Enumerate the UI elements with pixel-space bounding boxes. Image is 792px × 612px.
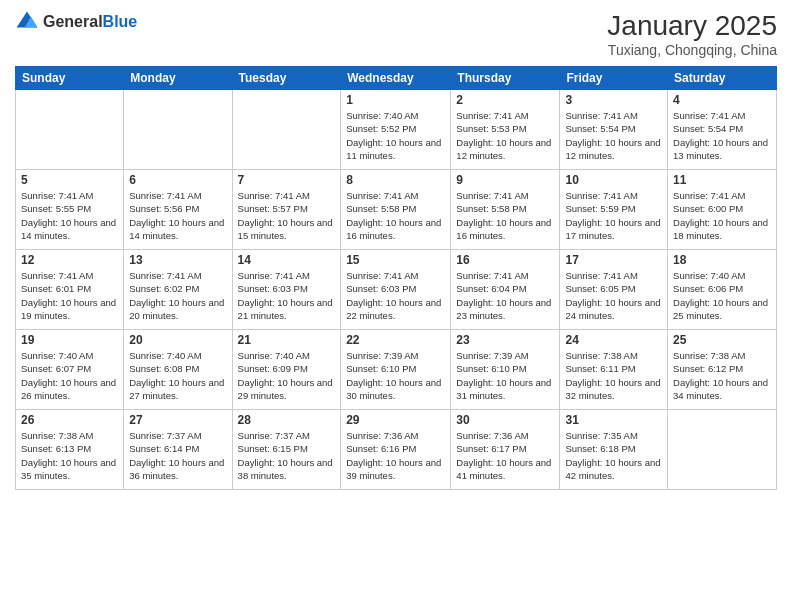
- day-number: 30: [456, 413, 554, 427]
- calendar-cell: 16Sunrise: 7:41 AM Sunset: 6:04 PM Dayli…: [451, 250, 560, 330]
- day-number: 10: [565, 173, 662, 187]
- calendar-cell: 5Sunrise: 7:41 AM Sunset: 5:55 PM Daylig…: [16, 170, 124, 250]
- weekday-header-monday: Monday: [124, 67, 232, 90]
- calendar-cell: 13Sunrise: 7:41 AM Sunset: 6:02 PM Dayli…: [124, 250, 232, 330]
- calendar-cell: 23Sunrise: 7:39 AM Sunset: 6:10 PM Dayli…: [451, 330, 560, 410]
- calendar-cell: 21Sunrise: 7:40 AM Sunset: 6:09 PM Dayli…: [232, 330, 341, 410]
- day-number: 12: [21, 253, 118, 267]
- calendar-cell: 8Sunrise: 7:41 AM Sunset: 5:58 PM Daylig…: [341, 170, 451, 250]
- day-number: 16: [456, 253, 554, 267]
- day-info: Sunrise: 7:41 AM Sunset: 6:05 PM Dayligh…: [565, 269, 662, 322]
- calendar-cell: [232, 90, 341, 170]
- day-info: Sunrise: 7:39 AM Sunset: 6:10 PM Dayligh…: [456, 349, 554, 402]
- day-info: Sunrise: 7:41 AM Sunset: 6:04 PM Dayligh…: [456, 269, 554, 322]
- calendar-cell: [124, 90, 232, 170]
- weekday-header-tuesday: Tuesday: [232, 67, 341, 90]
- day-number: 29: [346, 413, 445, 427]
- day-number: 4: [673, 93, 771, 107]
- weekday-header-friday: Friday: [560, 67, 668, 90]
- calendar-cell: 26Sunrise: 7:38 AM Sunset: 6:13 PM Dayli…: [16, 410, 124, 490]
- day-number: 9: [456, 173, 554, 187]
- calendar-table: SundayMondayTuesdayWednesdayThursdayFrid…: [15, 66, 777, 490]
- day-info: Sunrise: 7:41 AM Sunset: 6:00 PM Dayligh…: [673, 189, 771, 242]
- day-number: 27: [129, 413, 226, 427]
- calendar-body: 1Sunrise: 7:40 AM Sunset: 5:52 PM Daylig…: [16, 90, 777, 490]
- day-info: Sunrise: 7:38 AM Sunset: 6:13 PM Dayligh…: [21, 429, 118, 482]
- day-number: 28: [238, 413, 336, 427]
- day-info: Sunrise: 7:41 AM Sunset: 6:03 PM Dayligh…: [238, 269, 336, 322]
- day-info: Sunrise: 7:38 AM Sunset: 6:11 PM Dayligh…: [565, 349, 662, 402]
- calendar-cell: 14Sunrise: 7:41 AM Sunset: 6:03 PM Dayli…: [232, 250, 341, 330]
- calendar-cell: 22Sunrise: 7:39 AM Sunset: 6:10 PM Dayli…: [341, 330, 451, 410]
- day-info: Sunrise: 7:41 AM Sunset: 5:56 PM Dayligh…: [129, 189, 226, 242]
- day-info: Sunrise: 7:39 AM Sunset: 6:10 PM Dayligh…: [346, 349, 445, 402]
- day-number: 18: [673, 253, 771, 267]
- day-info: Sunrise: 7:38 AM Sunset: 6:12 PM Dayligh…: [673, 349, 771, 402]
- day-info: Sunrise: 7:41 AM Sunset: 5:59 PM Dayligh…: [565, 189, 662, 242]
- day-number: 7: [238, 173, 336, 187]
- day-number: 24: [565, 333, 662, 347]
- day-info: Sunrise: 7:41 AM Sunset: 5:54 PM Dayligh…: [565, 109, 662, 162]
- day-info: Sunrise: 7:41 AM Sunset: 5:53 PM Dayligh…: [456, 109, 554, 162]
- location-subtitle: Tuxiang, Chongqing, China: [607, 42, 777, 58]
- logo-general: General: [43, 13, 103, 30]
- logo-icon: [15, 10, 39, 34]
- day-info: Sunrise: 7:41 AM Sunset: 6:01 PM Dayligh…: [21, 269, 118, 322]
- calendar-cell: 9Sunrise: 7:41 AM Sunset: 5:58 PM Daylig…: [451, 170, 560, 250]
- day-info: Sunrise: 7:41 AM Sunset: 5:58 PM Dayligh…: [456, 189, 554, 242]
- logo-blue: Blue: [103, 13, 138, 30]
- calendar-cell: 27Sunrise: 7:37 AM Sunset: 6:14 PM Dayli…: [124, 410, 232, 490]
- calendar-cell: 20Sunrise: 7:40 AM Sunset: 6:08 PM Dayli…: [124, 330, 232, 410]
- calendar-cell: 7Sunrise: 7:41 AM Sunset: 5:57 PM Daylig…: [232, 170, 341, 250]
- calendar-cell: 18Sunrise: 7:40 AM Sunset: 6:06 PM Dayli…: [668, 250, 777, 330]
- calendar-cell: 10Sunrise: 7:41 AM Sunset: 5:59 PM Dayli…: [560, 170, 668, 250]
- day-number: 23: [456, 333, 554, 347]
- day-info: Sunrise: 7:36 AM Sunset: 6:17 PM Dayligh…: [456, 429, 554, 482]
- day-number: 21: [238, 333, 336, 347]
- day-info: Sunrise: 7:36 AM Sunset: 6:16 PM Dayligh…: [346, 429, 445, 482]
- week-row-1: 1Sunrise: 7:40 AM Sunset: 5:52 PM Daylig…: [16, 90, 777, 170]
- day-number: 22: [346, 333, 445, 347]
- day-number: 3: [565, 93, 662, 107]
- weekday-header-sunday: Sunday: [16, 67, 124, 90]
- day-info: Sunrise: 7:40 AM Sunset: 6:06 PM Dayligh…: [673, 269, 771, 322]
- calendar-cell: 28Sunrise: 7:37 AM Sunset: 6:15 PM Dayli…: [232, 410, 341, 490]
- calendar-cell: 11Sunrise: 7:41 AM Sunset: 6:00 PM Dayli…: [668, 170, 777, 250]
- day-number: 20: [129, 333, 226, 347]
- day-info: Sunrise: 7:40 AM Sunset: 5:52 PM Dayligh…: [346, 109, 445, 162]
- day-number: 26: [21, 413, 118, 427]
- weekday-header-thursday: Thursday: [451, 67, 560, 90]
- weekday-header-saturday: Saturday: [668, 67, 777, 90]
- day-number: 17: [565, 253, 662, 267]
- day-number: 6: [129, 173, 226, 187]
- logo-text: GeneralBlue: [43, 13, 137, 31]
- calendar-cell: 1Sunrise: 7:40 AM Sunset: 5:52 PM Daylig…: [341, 90, 451, 170]
- page: GeneralBlue January 2025 Tuxiang, Chongq…: [0, 0, 792, 612]
- month-title: January 2025: [607, 10, 777, 42]
- calendar-cell: 25Sunrise: 7:38 AM Sunset: 6:12 PM Dayli…: [668, 330, 777, 410]
- day-info: Sunrise: 7:41 AM Sunset: 5:55 PM Dayligh…: [21, 189, 118, 242]
- week-row-4: 19Sunrise: 7:40 AM Sunset: 6:07 PM Dayli…: [16, 330, 777, 410]
- calendar-cell: 29Sunrise: 7:36 AM Sunset: 6:16 PM Dayli…: [341, 410, 451, 490]
- weekday-header-wednesday: Wednesday: [341, 67, 451, 90]
- day-info: Sunrise: 7:37 AM Sunset: 6:15 PM Dayligh…: [238, 429, 336, 482]
- day-info: Sunrise: 7:41 AM Sunset: 5:58 PM Dayligh…: [346, 189, 445, 242]
- calendar-cell: 2Sunrise: 7:41 AM Sunset: 5:53 PM Daylig…: [451, 90, 560, 170]
- calendar-header: SundayMondayTuesdayWednesdayThursdayFrid…: [16, 67, 777, 90]
- day-info: Sunrise: 7:41 AM Sunset: 6:02 PM Dayligh…: [129, 269, 226, 322]
- day-number: 19: [21, 333, 118, 347]
- logo: GeneralBlue: [15, 10, 137, 34]
- day-info: Sunrise: 7:41 AM Sunset: 5:54 PM Dayligh…: [673, 109, 771, 162]
- calendar-cell: [668, 410, 777, 490]
- calendar-cell: 3Sunrise: 7:41 AM Sunset: 5:54 PM Daylig…: [560, 90, 668, 170]
- day-number: 31: [565, 413, 662, 427]
- title-block: January 2025 Tuxiang, Chongqing, China: [607, 10, 777, 58]
- header: GeneralBlue January 2025 Tuxiang, Chongq…: [15, 10, 777, 58]
- day-number: 15: [346, 253, 445, 267]
- day-number: 25: [673, 333, 771, 347]
- day-number: 8: [346, 173, 445, 187]
- day-info: Sunrise: 7:40 AM Sunset: 6:07 PM Dayligh…: [21, 349, 118, 402]
- day-number: 2: [456, 93, 554, 107]
- calendar-cell: 15Sunrise: 7:41 AM Sunset: 6:03 PM Dayli…: [341, 250, 451, 330]
- calendar-cell: [16, 90, 124, 170]
